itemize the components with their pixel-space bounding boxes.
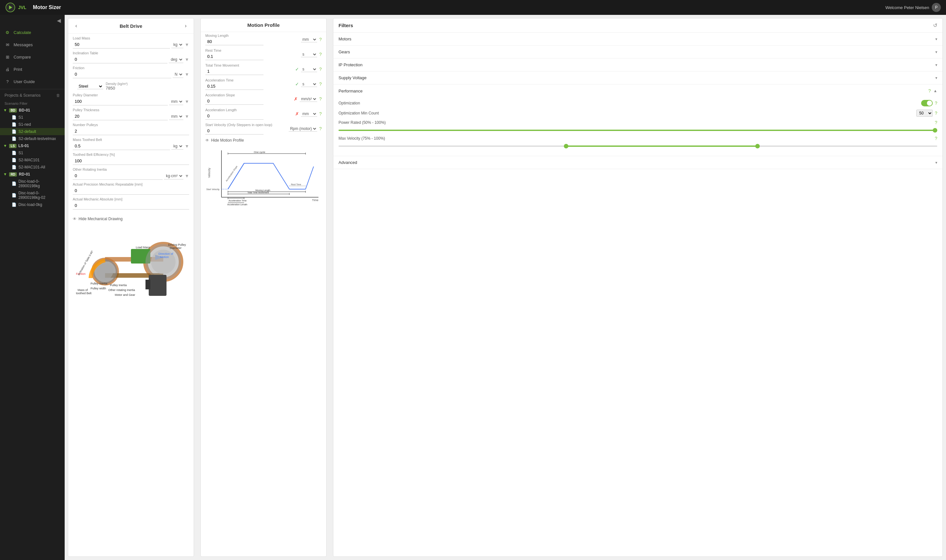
belt-drive-prev-btn[interactable]: ‹ — [73, 22, 79, 29]
mass-toothed-input[interactable] — [73, 142, 170, 150]
tree-item-disc-load-2[interactable]: 📄 Disc-load-0-28900198kg-02 — [0, 189, 65, 201]
accel-time-help-icon[interactable]: ? — [319, 82, 322, 87]
accel-time-unit[interactable]: s — [301, 82, 317, 87]
actual-precision-input[interactable] — [73, 187, 189, 195]
material-select[interactable]: Steel — [77, 83, 103, 89]
filters-panel: Filters ↺ Motors ▾ Gears ▾ IP P — [333, 18, 943, 557]
filter-protection-header[interactable]: IP Protection ▾ — [333, 58, 943, 71]
accel-slope-help-icon[interactable]: ? — [319, 96, 322, 102]
inclination-input[interactable] — [73, 55, 168, 63]
filter-gears-header[interactable]: Gears ▾ — [333, 46, 943, 58]
tree-group-rd01[interactable]: ▼ RD RD-01 — [0, 171, 65, 178]
filter-performance-header[interactable]: Performance ? ▲ — [333, 85, 943, 97]
moving-length-help-icon[interactable]: ? — [319, 37, 322, 42]
tree-item-s2-mac101[interactable]: 📄 S2-MAC101 — [0, 157, 65, 164]
moving-length-input[interactable] — [205, 38, 263, 45]
sidebar-item-compare[interactable]: ⊞ Compare — [0, 51, 65, 63]
sidebar-item-calculate[interactable]: ⚙ Calculate — [0, 26, 65, 38]
sidebar-item-print[interactable]: 🖨 Print — [0, 63, 65, 75]
max-velocity-help-icon[interactable]: ? — [935, 136, 937, 141]
filters-title: Filters — [338, 23, 353, 28]
other-inertia-input[interactable] — [73, 172, 163, 180]
power-rated-slider[interactable] — [338, 130, 937, 131]
accel-length-help-icon[interactable]: ? — [319, 111, 322, 116]
belt-drive-next-btn[interactable]: › — [183, 22, 189, 29]
rest-time-input[interactable] — [205, 53, 263, 60]
rest-time-unit[interactable]: s — [301, 52, 317, 57]
start-velocity-input[interactable] — [205, 128, 263, 134]
svg-rect-13 — [146, 280, 150, 289]
accel-length-input[interactable] — [205, 112, 263, 120]
velocity-slider-left-thumb[interactable] — [564, 144, 568, 148]
sidebar-item-user-guide[interactable]: ? User Guide — [0, 75, 65, 88]
sidebar-item-messages[interactable]: ✉ Messages — [0, 38, 65, 51]
tree-group-ls01[interactable]: ▼ LS LS-01 — [0, 142, 65, 149]
filter-motors-header[interactable]: Motors ▾ — [333, 33, 943, 45]
number-pulleys-input[interactable] — [73, 128, 189, 135]
tree-item-s1[interactable]: 📄 S1 — [0, 114, 65, 121]
pulley-thickness-unit[interactable]: mm — [169, 113, 183, 120]
svg-text:Direction of: Direction of — [158, 252, 173, 255]
actual-mechanic-input[interactable] — [73, 202, 189, 209]
total-time-help-icon[interactable]: ? — [319, 67, 322, 72]
power-rated-help-icon[interactable]: ? — [935, 120, 937, 125]
hide-drawing-row[interactable]: 👁 Hide Mechanical Drawing — [68, 215, 194, 223]
load-mass-input[interactable] — [73, 41, 170, 49]
start-velocity-unit[interactable]: Rpm (motor) — [289, 126, 317, 132]
filter-motors-chevron: ▾ — [935, 37, 937, 42]
accel-time-input[interactable] — [205, 83, 263, 90]
tree-item-s2-default[interactable]: 📄 S2-default — [0, 128, 65, 135]
rest-time-help-icon[interactable]: ? — [319, 52, 322, 57]
tree-item-disc-load-1[interactable]: 📄 Disc-load-0-28900198kg — [0, 178, 65, 189]
friction-unit[interactable]: N — [173, 71, 183, 78]
pulley-diameter-input[interactable] — [73, 98, 168, 105]
optimization-help-icon[interactable]: ? — [935, 100, 937, 106]
total-time-unit[interactable]: s — [301, 67, 317, 72]
tree-item-s2-testvelmax[interactable]: 📄 S2-default-testvelmax — [0, 135, 65, 142]
velocity-slider-right-thumb[interactable] — [755, 144, 760, 148]
optimization-toggle[interactable] — [921, 100, 933, 106]
tree-item-disc-load-3[interactable]: 📄 Disc-load-0kg — [0, 201, 65, 208]
tree-item-s1-ls[interactable]: 📄 S1 — [0, 149, 65, 157]
number-pulleys-label: Number Pulleys — [73, 123, 189, 127]
projects-section-title: Projects & Scenarios 🗑 — [0, 91, 65, 100]
total-time-status-icon: ✓ — [295, 67, 299, 72]
inclination-unit[interactable]: deg — [169, 56, 183, 63]
user-avatar[interactable]: P — [932, 3, 941, 12]
friction-input[interactable] — [73, 71, 171, 78]
accel-slope-input[interactable] — [205, 98, 263, 105]
opt-min-count-select[interactable]: 5025100 — [916, 109, 933, 117]
mass-toothed-unit[interactable]: kg — [171, 143, 183, 150]
svg-text:Pulley width: Pulley width — [91, 287, 106, 290]
tree-group-bd01[interactable]: ▼ BD BD-01 — [0, 107, 65, 114]
mass-toothed-label: Mass Toothed Belt — [73, 138, 189, 142]
accel-slope-unit[interactable]: mm/s² — [300, 96, 317, 102]
svg-rect-12 — [149, 275, 166, 296]
pulley-diameter-unit[interactable]: mm — [169, 98, 183, 105]
hide-profile-row[interactable]: 👁 Hide Motion Profile — [201, 136, 326, 145]
accel-time-label: Acceleration Time — [205, 78, 293, 82]
filters-reset-icon[interactable]: ↺ — [933, 22, 937, 28]
sidebar: ◀ ⚙ Calculate ✉ Messages ⊞ Compare 🖨 Pri… — [0, 15, 65, 560]
start-velocity-help-icon[interactable]: ? — [319, 126, 322, 131]
total-time-input[interactable] — [205, 68, 263, 75]
trash-icon[interactable]: 🗑 — [56, 93, 60, 98]
tree-item-s1-ned[interactable]: 📄 S1-ned — [0, 121, 65, 128]
performance-help-icon[interactable]: ? — [928, 88, 931, 94]
belt-efficiency-input[interactable] — [73, 157, 189, 165]
filter-performance-label: Performance — [338, 89, 362, 94]
tree-item-s2-mac101-all[interactable]: 📄 S2-MAC101-All — [0, 164, 65, 171]
app-title: Motor Sizer — [33, 5, 886, 10]
load-mass-unit[interactable]: kg — [171, 42, 183, 48]
filter-voltage-header[interactable]: Supply Voltage ▾ — [333, 71, 943, 84]
sidebar-collapse-btn[interactable]: ◀ — [0, 15, 65, 26]
belt-drive-diagram: Load Mass ←Load Force Direction of Motio… — [73, 226, 189, 297]
filter-advanced-section[interactable]: Advanced ▾ — [333, 156, 943, 169]
opt-min-count-help-icon[interactable]: ? — [935, 111, 937, 116]
file-icon: 📄 — [12, 158, 17, 162]
moving-length-unit[interactable]: mm — [301, 37, 317, 42]
accel-length-unit[interactable]: mm — [301, 111, 317, 117]
other-inertia-unit[interactable]: kg·cm² — [164, 173, 183, 180]
pulley-thickness-input[interactable] — [73, 112, 168, 120]
user-info: Welcome Peter Nielsen P — [885, 3, 941, 12]
